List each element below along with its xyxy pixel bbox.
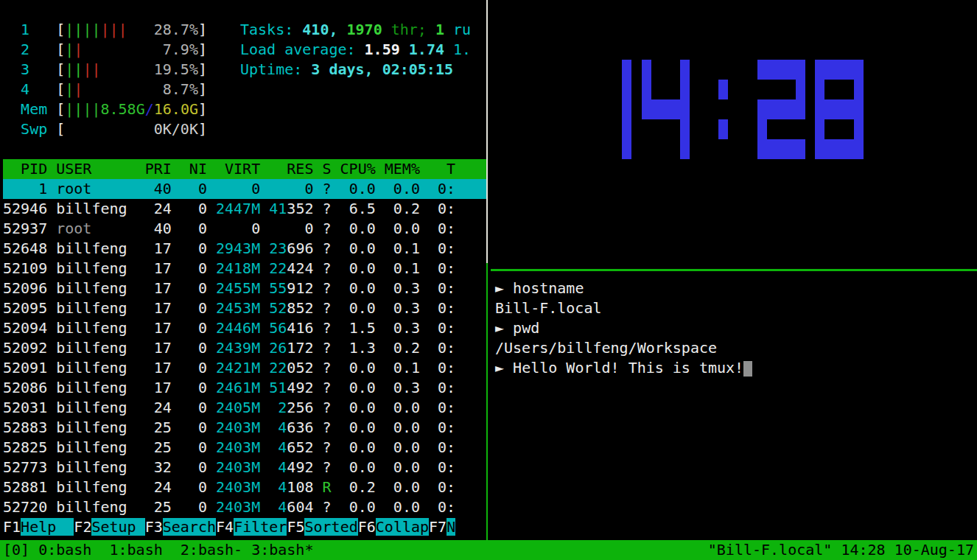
clock-segment bbox=[824, 60, 834, 80]
clock-segment bbox=[718, 119, 728, 139]
clock-segment bbox=[844, 139, 854, 159]
clock-segment bbox=[786, 99, 796, 119]
clock-segment bbox=[757, 60, 767, 80]
shell-prompt-line: ► hostname bbox=[495, 279, 973, 298]
clock-segment bbox=[670, 99, 680, 119]
process-row-52937[interactable]: 52937 root 40 0 0 0 ? 0.0 0.0 0: bbox=[3, 219, 486, 239]
clock-segment bbox=[680, 99, 690, 119]
prompt-arrow-icon: ► bbox=[495, 359, 513, 377]
load-average-line: Load average: 1.59 1.74 1. bbox=[240, 40, 471, 60]
fkey-action-label: N bbox=[447, 518, 455, 536]
clock-segment bbox=[767, 99, 777, 119]
process-row-52109[interactable]: 52109 billfeng 17 0 2418M 22424 ? 0.0 0.… bbox=[3, 259, 486, 279]
fkey-f3-button[interactable]: F3Search bbox=[145, 518, 216, 536]
fkey-label: F2 bbox=[74, 518, 91, 536]
cpu-meter-4: 4 [|| 8.7%] bbox=[3, 80, 207, 99]
process-row-52720[interactable]: 52720 billfeng 25 0 2403M 4604 ? 0.0 0.0… bbox=[3, 497, 486, 517]
terminal-cursor[interactable] bbox=[743, 361, 752, 377]
process-row-52091[interactable]: 52091 billfeng 17 0 2421M 22052 ? 0.0 0.… bbox=[3, 358, 486, 378]
clock-segment bbox=[854, 80, 864, 99]
process-row-52946[interactable]: 52946 billfeng 24 0 2447M 41352 ? 6.5 0.… bbox=[3, 199, 486, 219]
fkey-f5-button[interactable]: F5Sorted bbox=[287, 518, 357, 536]
clock-segment bbox=[651, 99, 661, 119]
pane-divider-vertical[interactable] bbox=[486, 0, 488, 263]
process-row-52883[interactable]: 52883 billfeng 25 0 2403M 4636 ? 0.0 0.0… bbox=[3, 418, 486, 438]
process-row-1[interactable]: 1 root 40 0 0 0 ? 0.0 0.0 0: bbox=[3, 179, 486, 199]
shell-output-line: Bill-F.local bbox=[495, 298, 973, 318]
clock-segment bbox=[796, 60, 805, 80]
clock-segment bbox=[835, 99, 844, 119]
clock-segment bbox=[854, 119, 864, 139]
fkey-label: F7 bbox=[429, 518, 447, 536]
clock-segment bbox=[796, 99, 805, 119]
clock-segment bbox=[718, 80, 728, 99]
clock-segment bbox=[854, 139, 864, 159]
fkey-label: F3 bbox=[145, 518, 163, 536]
fkey-action-label: Setup bbox=[91, 518, 144, 536]
process-row-52094[interactable]: 52094 billfeng 17 0 2446M 56416 ? 1.5 0.… bbox=[3, 318, 486, 338]
shell-prompt-line: ► Hello World! This is tmux! bbox=[495, 358, 973, 378]
fkey-action-label: Help bbox=[21, 518, 74, 536]
process-row-52881[interactable]: 52881 billfeng 24 0 2403M 4108 R 0.2 0.0… bbox=[3, 477, 486, 497]
htop-cpu-memory-meters: 1 [||||||| 28.7%] 2 [|| 7.9%] 3 [|||| 19… bbox=[3, 20, 207, 139]
fkey-label: F5 bbox=[287, 518, 304, 536]
clock-segment bbox=[815, 60, 824, 80]
prompt-arrow-icon: ► bbox=[495, 279, 513, 297]
htop-process-table[interactable]: PID USER PRI NI VIRT RES S CPU% MEM% T 1… bbox=[3, 159, 486, 517]
clock-segment bbox=[642, 99, 651, 119]
clock-segment bbox=[835, 139, 844, 159]
process-row-52773[interactable]: 52773 billfeng 32 0 2403M 4492 ? 0.0 0.0… bbox=[3, 458, 486, 477]
clock-segment bbox=[642, 80, 651, 99]
process-row-52648[interactable]: 52648 billfeng 17 0 2943M 23696 ? 0.0 0.… bbox=[3, 239, 486, 259]
clock-segment bbox=[767, 60, 777, 80]
clock-digit-1 bbox=[584, 60, 632, 159]
clock-segment bbox=[680, 60, 690, 80]
shell-pane[interactable]: ► hostnameBill-F.local► pwd/Users/billfe… bbox=[495, 279, 973, 378]
clock-segment bbox=[622, 60, 631, 80]
clock-segment bbox=[854, 60, 864, 80]
clock-segment bbox=[786, 60, 796, 80]
fkey-f7-button[interactable]: F7N bbox=[429, 518, 455, 536]
clock-segment bbox=[777, 99, 786, 119]
clock-segment bbox=[786, 139, 796, 159]
clock-segment bbox=[757, 119, 767, 139]
fkey-action-label: Collap bbox=[376, 518, 429, 536]
clock-segment bbox=[844, 99, 854, 119]
clock-segment bbox=[777, 139, 786, 159]
clock-segment bbox=[622, 80, 631, 99]
clock-segment bbox=[767, 139, 777, 159]
uptime-line: Uptime: 3 days, 02:05:15 bbox=[240, 60, 471, 80]
tmux-status-right: "Bill-F.local" 14:28 10-Aug-17 bbox=[708, 540, 974, 560]
cpu-meter-1: 1 [||||||| 28.7%] bbox=[3, 20, 207, 40]
process-table-header[interactable]: PID USER PRI NI VIRT RES S CPU% MEM% T bbox=[3, 159, 486, 179]
fkey-f6-button[interactable]: F6Collap bbox=[358, 518, 429, 536]
clock-segment bbox=[854, 99, 864, 119]
htop-tasks-load-uptime: Tasks: 410, 1970 thr; 1 ruLoad average: … bbox=[240, 20, 471, 80]
clock-segment bbox=[777, 60, 786, 80]
clock-segment bbox=[622, 119, 631, 139]
clock-segment bbox=[796, 139, 805, 159]
clock-segment bbox=[622, 99, 631, 119]
fkey-f4-button[interactable]: F4Filter bbox=[216, 518, 287, 536]
clock-segment bbox=[824, 139, 834, 159]
clock-segment bbox=[815, 80, 824, 99]
clock-segment bbox=[815, 119, 824, 139]
htop-function-key-bar[interactable]: F1Help F2Setup F3SearchF4FilterF5SortedF… bbox=[3, 517, 455, 537]
clock-segment bbox=[680, 80, 690, 99]
process-row-52086[interactable]: 52086 billfeng 17 0 2461M 51492 ? 0.0 0.… bbox=[3, 378, 486, 398]
process-row-52825[interactable]: 52825 billfeng 25 0 2403M 4652 ? 0.0 0.0… bbox=[3, 438, 486, 458]
process-row-52031[interactable]: 52031 billfeng 24 0 2405M 2256 ? 0.0 0.0… bbox=[3, 398, 486, 418]
pane-divider-horizontal-active[interactable] bbox=[491, 269, 977, 271]
cpu-meter-2: 2 [|| 7.9%] bbox=[3, 40, 207, 60]
fkey-f2-button[interactable]: F2Setup bbox=[74, 518, 144, 536]
pane-divider-vertical-active[interactable] bbox=[486, 263, 488, 540]
clock-segment bbox=[622, 139, 631, 159]
tmux-screen: 1 [||||||| 28.7%] 2 [|| 7.9%] 3 [|||| 19… bbox=[0, 0, 977, 560]
tmux-window-list[interactable]: [0] 0:bash 1:bash 2:bash- 3:bash* bbox=[3, 540, 313, 560]
clock-segment bbox=[815, 139, 824, 159]
fkey-f1-button[interactable]: F1Help bbox=[3, 518, 74, 536]
clock-segment bbox=[680, 119, 690, 139]
process-row-52095[interactable]: 52095 billfeng 17 0 2453M 52852 ? 0.0 0.… bbox=[3, 298, 486, 318]
process-row-52096[interactable]: 52096 billfeng 17 0 2455M 55912 ? 0.0 0.… bbox=[3, 279, 486, 298]
process-row-52092[interactable]: 52092 billfeng 17 0 2439M 26172 ? 1.3 0.… bbox=[3, 338, 486, 358]
